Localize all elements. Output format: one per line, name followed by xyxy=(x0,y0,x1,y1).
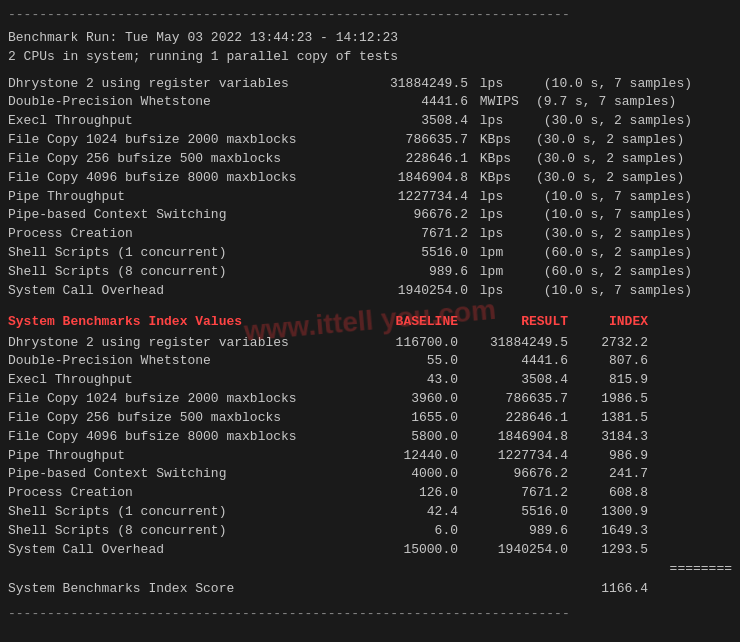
bench-unit: MWIPS xyxy=(472,93,532,112)
bench-value: 1227734.4 xyxy=(348,188,468,207)
index-data-row: Shell Scripts (8 concurrent)6.0989.61649… xyxy=(8,522,732,541)
index-row-name: Execl Throughput xyxy=(8,371,348,390)
index-row-name: Shell Scripts (8 concurrent) xyxy=(8,522,348,541)
bench-unit: lps xyxy=(472,188,532,207)
index-header-name: System Benchmarks Index Values xyxy=(8,313,348,332)
index-data-row: Dhrystone 2 using register variables1167… xyxy=(8,334,732,353)
bench-info: (10.0 s, 7 samples) xyxy=(536,188,692,207)
bench-name: Shell Scripts (8 concurrent) xyxy=(8,263,348,282)
benchmark-table: Dhrystone 2 using register variables3188… xyxy=(8,75,732,301)
score-value: 1166.4 xyxy=(568,580,648,599)
index-table: System Benchmarks Index ValuesBASELINERE… xyxy=(8,313,732,600)
index-row-name: File Copy 1024 bufsize 2000 maxblocks xyxy=(8,390,348,409)
bench-name: Pipe Throughput xyxy=(8,188,348,207)
index-row-baseline: 43.0 xyxy=(348,371,458,390)
score-result-spacer xyxy=(458,580,568,599)
bench-unit: lpm xyxy=(472,244,532,263)
header-line1: Benchmark Run: Tue May 03 2022 13:44:23 … xyxy=(8,29,732,48)
bench-value: 7671.2 xyxy=(348,225,468,244)
bench-value: 3508.4 xyxy=(348,112,468,131)
index-data-row: System Call Overhead15000.01940254.01293… xyxy=(8,541,732,560)
index-header-row: System Benchmarks Index ValuesBASELINERE… xyxy=(8,313,732,332)
index-row-result: 31884249.5 xyxy=(458,334,568,353)
index-row-index: 3184.3 xyxy=(568,428,648,447)
bench-unit: lps xyxy=(472,225,532,244)
bench-name: Shell Scripts (1 concurrent) xyxy=(8,244,348,263)
index-row-index: 1986.5 xyxy=(568,390,648,409)
index-row-result: 96676.2 xyxy=(458,465,568,484)
index-data-row: Shell Scripts (1 concurrent)42.45516.013… xyxy=(8,503,732,522)
bench-info: (30.0 s, 2 samples) xyxy=(536,150,684,169)
index-row-baseline: 3960.0 xyxy=(348,390,458,409)
index-row-baseline: 6.0 xyxy=(348,522,458,541)
equals-separator: ======== xyxy=(652,560,732,579)
index-row-baseline: 12440.0 xyxy=(348,447,458,466)
bench-value: 1846904.8 xyxy=(348,169,468,188)
bench-value: 786635.7 xyxy=(348,131,468,150)
index-row-baseline: 55.0 xyxy=(348,352,458,371)
index-data-row: File Copy 256 bufsize 500 maxblocks1655.… xyxy=(8,409,732,428)
divider-top: ----------------------------------------… xyxy=(8,6,732,25)
bench-name: Pipe-based Context Switching xyxy=(8,206,348,225)
index-row-result: 5516.0 xyxy=(458,503,568,522)
bench-info: (10.0 s, 7 samples) xyxy=(536,282,692,301)
bench-name: Execl Throughput xyxy=(8,112,348,131)
benchmark-row: Shell Scripts (1 concurrent)5516.0 lpm (… xyxy=(8,244,732,263)
index-row-baseline: 15000.0 xyxy=(348,541,458,560)
index-row-result: 7671.2 xyxy=(458,484,568,503)
bench-name: System Call Overhead xyxy=(8,282,348,301)
index-row-name: Pipe Throughput xyxy=(8,447,348,466)
index-data-row: Double-Precision Whetstone55.04441.6807.… xyxy=(8,352,732,371)
bench-name: File Copy 256 bufsize 500 maxblocks xyxy=(8,150,348,169)
bench-value: 4441.6 xyxy=(348,93,468,112)
bench-info: (30.0 s, 2 samples) xyxy=(536,225,692,244)
index-data-row: File Copy 1024 bufsize 2000 maxblocks396… xyxy=(8,390,732,409)
bench-info: (60.0 s, 2 samples) xyxy=(536,244,692,263)
separator-row: ======== xyxy=(8,560,732,579)
index-row-name: Double-Precision Whetstone xyxy=(8,352,348,371)
index-row-baseline: 1655.0 xyxy=(348,409,458,428)
index-row-name: Process Creation xyxy=(8,484,348,503)
bench-value: 228646.1 xyxy=(348,150,468,169)
bench-unit: lpm xyxy=(472,263,532,282)
benchmark-row: File Copy 4096 bufsize 8000 maxblocks184… xyxy=(8,169,732,188)
index-row-result: 1227734.4 xyxy=(458,447,568,466)
index-row-name: System Call Overhead xyxy=(8,541,348,560)
index-row-index: 241.7 xyxy=(568,465,648,484)
index-header-result: RESULT xyxy=(458,313,568,332)
bench-name: Dhrystone 2 using register variables xyxy=(8,75,348,94)
bench-unit: KBps xyxy=(472,169,532,188)
index-row-index: 2732.2 xyxy=(568,334,648,353)
index-row-baseline: 116700.0 xyxy=(348,334,458,353)
bench-value: 989.6 xyxy=(348,263,468,282)
index-row-baseline: 4000.0 xyxy=(348,465,458,484)
bench-unit: lps xyxy=(472,75,532,94)
bench-info: (9.7 s, 7 samples) xyxy=(536,93,676,112)
bench-unit: KBps xyxy=(472,131,532,150)
index-row-index: 1649.3 xyxy=(568,522,648,541)
index-data-row: File Copy 4096 bufsize 8000 maxblocks580… xyxy=(8,428,732,447)
index-row-result: 1940254.0 xyxy=(458,541,568,560)
bench-unit: lps xyxy=(472,112,532,131)
bench-info: (30.0 s, 2 samples) xyxy=(536,169,684,188)
index-row-result: 1846904.8 xyxy=(458,428,568,447)
index-row-baseline: 42.4 xyxy=(348,503,458,522)
index-row-baseline: 126.0 xyxy=(348,484,458,503)
index-data-row: Process Creation126.07671.2608.8 xyxy=(8,484,732,503)
bench-unit: KBps xyxy=(472,150,532,169)
index-row-index: 1300.9 xyxy=(568,503,648,522)
bench-info: (60.0 s, 2 samples) xyxy=(536,263,692,282)
bench-value: 1940254.0 xyxy=(348,282,468,301)
bench-value: 31884249.5 xyxy=(348,75,468,94)
benchmark-row: System Call Overhead1940254.0 lps (10.0 … xyxy=(8,282,732,301)
bench-info: (10.0 s, 7 samples) xyxy=(536,75,692,94)
bench-unit: lps xyxy=(472,282,532,301)
index-row-result: 786635.7 xyxy=(458,390,568,409)
index-row-name: Dhrystone 2 using register variables xyxy=(8,334,348,353)
divider-bottom: ----------------------------------------… xyxy=(8,605,732,624)
index-row-result: 989.6 xyxy=(458,522,568,541)
bench-name: Double-Precision Whetstone xyxy=(8,93,348,112)
bench-name: File Copy 1024 bufsize 2000 maxblocks xyxy=(8,131,348,150)
bench-name: Process Creation xyxy=(8,225,348,244)
index-row-result: 3508.4 xyxy=(458,371,568,390)
